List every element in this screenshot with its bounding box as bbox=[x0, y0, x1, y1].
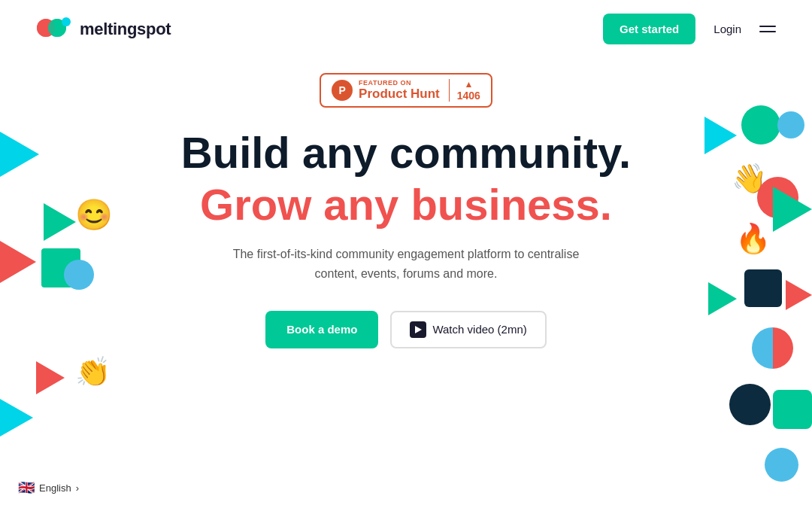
shape-emoji-clap: 👏 bbox=[75, 355, 111, 388]
hero-section: P FEATURED ON Product Hunt ▲ 1406 Build … bbox=[0, 58, 812, 348]
watch-video-label: Watch video (2mn) bbox=[432, 323, 526, 336]
ph-text: FEATURED ON Product Hunt bbox=[359, 79, 440, 102]
logo-icon bbox=[36, 16, 72, 43]
get-started-button[interactable]: Get started bbox=[603, 14, 695, 44]
hero-subtitle: The first-of-its-kind community engageme… bbox=[218, 245, 594, 283]
ph-logo-icon: P bbox=[332, 80, 353, 101]
hamburger-menu[interactable] bbox=[759, 26, 776, 32]
product-hunt-badge[interactable]: P FEATURED ON Product Hunt ▲ 1406 bbox=[320, 73, 492, 108]
hero-title-line1: Build any community. bbox=[0, 129, 812, 177]
ph-name: Product Hunt bbox=[359, 87, 440, 102]
play-icon bbox=[410, 321, 426, 338]
shape-rect-green-right2 bbox=[773, 390, 812, 429]
shape-tri-cyan-btm bbox=[0, 399, 33, 437]
ph-featured-label: FEATURED ON bbox=[359, 79, 411, 87]
language-label: English bbox=[39, 482, 71, 494]
logo-area: meltingspot bbox=[36, 16, 171, 43]
nav-right: Get started Login bbox=[603, 14, 776, 44]
shape-circle-blue-btm-right bbox=[765, 448, 798, 482]
shape-tri-red-btm bbox=[36, 361, 65, 394]
svg-point-4 bbox=[62, 17, 71, 26]
ph-votes: ▲ 1406 bbox=[449, 79, 480, 102]
language-selector[interactable]: 🇬🇧 English › bbox=[18, 479, 79, 496]
chevron-right-icon: › bbox=[76, 482, 79, 494]
book-demo-button[interactable]: Book a demo bbox=[265, 311, 378, 348]
ph-vote-count: 1406 bbox=[457, 90, 480, 102]
ph-arrow-icon: ▲ bbox=[464, 79, 473, 90]
navbar: meltingspot Get started Login bbox=[0, 0, 812, 58]
watch-video-button[interactable]: Watch video (2mn) bbox=[390, 311, 546, 348]
shape-circle-dark-right bbox=[729, 384, 771, 425]
flag-icon: 🇬🇧 bbox=[18, 479, 35, 496]
hero-title-line2: Grow any business. bbox=[0, 180, 812, 230]
hero-cta-buttons: Book a demo Watch video (2mn) bbox=[0, 311, 812, 348]
brand-name: meltingspot bbox=[80, 20, 171, 39]
login-button[interactable]: Login bbox=[714, 23, 741, 35]
